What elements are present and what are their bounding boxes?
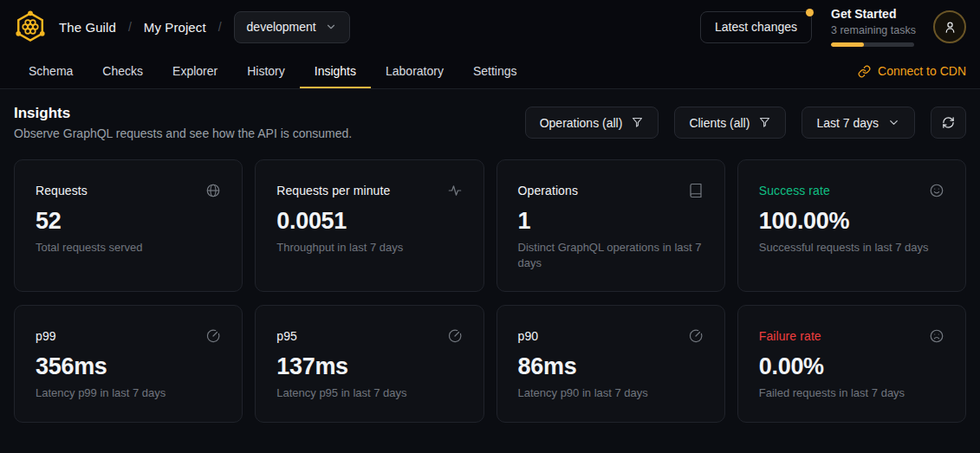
card-description: Latency p99 in last 7 days [36,385,221,401]
operations-filter-label: Operations (all) [540,116,623,130]
tab-schema[interactable]: Schema [14,54,88,88]
funnel-icon [758,116,771,129]
breadcrumb-separator: / [218,20,222,34]
card-label: Operations [518,184,578,197]
person-icon [943,20,957,35]
book-icon [688,183,704,198]
refresh-icon [942,116,955,129]
get-started-title: Get Started [831,7,914,23]
user-avatar[interactable] [933,10,966,43]
card-value: 1 [518,208,704,235]
latest-changes-label: Latest changes [715,20,797,34]
card-label: p95 [276,329,297,343]
card-description: Distinct GraphQL operations in last 7 da… [518,240,704,270]
card-description: Successful requests in last 7 days [759,240,944,256]
connect-to-cdn-link[interactable]: Connect to CDN [858,54,966,88]
card-label: Requests per minute [276,184,390,197]
card-label: p99 [36,329,56,343]
filter-toolbar: Operations (all) Clients (all) Last 7 da… [525,107,966,139]
card-value: 0.00% [759,353,944,380]
project-nav-tabs: Schema Checks Explorer History Insights … [0,54,980,89]
operations-filter-button[interactable]: Operations (all) [525,107,659,139]
get-started-progress-fill [831,42,864,47]
card-description: Latency p95 in last 7 days [276,385,462,401]
stat-card-p99: p99 356ms Latency p99 in last 7 days [14,305,243,423]
card-description: Total requests served [36,240,221,256]
stats-grid: Requests 52 Total requests served Reques… [14,159,966,423]
card-value: 86ms [518,353,704,380]
stat-card-requests-per-minute: Requests per minute 0.0051 Throughput in… [255,159,484,292]
frown-icon [929,328,944,344]
refresh-button[interactable] [931,107,966,139]
connect-to-cdn-label: Connect to CDN [878,64,966,78]
breadcrumb-org[interactable]: The Guild [59,20,116,35]
stat-card-requests: Requests 52 Total requests served [14,159,243,292]
card-description: Failed requests in last 7 days [759,385,944,401]
get-started-remaining-tasks: 3 remaining tasks [831,23,914,37]
page-subtitle: Observe GraphQL requests and see how the… [14,126,352,140]
tab-history[interactable]: History [232,54,300,88]
gauge-icon [688,328,704,344]
link-icon [858,65,871,78]
top-header: The Guild / My Project / development Lat… [0,0,980,54]
tab-insights[interactable]: Insights [300,54,371,88]
period-filter-button[interactable]: Last 7 days [802,107,915,139]
card-description: Throughput in last 7 days [276,240,462,256]
target-selector-dropdown[interactable]: development [234,11,350,43]
gauge-icon [205,328,221,344]
tab-settings[interactable]: Settings [458,54,532,88]
stat-card-p95: p95 137ms Latency p95 in last 7 days [255,305,484,423]
get-started-widget[interactable]: Get Started 3 remaining tasks [831,7,914,47]
stat-card-p90: p90 86ms Latency p90 in last 7 days [496,305,725,423]
tab-explorer[interactable]: Explorer [158,54,232,88]
insights-page: Insights Observe GraphQL requests and se… [0,89,980,423]
notification-dot [806,9,814,16]
chevron-down-icon [325,21,337,33]
card-label: Failure rate [759,329,821,343]
breadcrumb-project[interactable]: My Project [144,20,206,35]
card-label: p90 [518,329,539,343]
card-label: Success rate [759,184,830,197]
period-filter-label: Last 7 days [816,116,879,130]
gauge-icon [447,328,463,344]
tab-laboratory[interactable]: Laboratory [371,54,458,88]
page-title: Insights [14,105,352,122]
get-started-progress-bar [831,42,914,47]
card-value: 137ms [276,353,462,380]
target-selector-value: development [247,20,316,34]
funnel-icon [631,116,644,129]
card-description: Latency p90 in last 7 days [518,385,704,401]
tab-checks[interactable]: Checks [88,54,158,88]
globe-icon [205,183,221,198]
clients-filter-label: Clients (all) [689,116,750,130]
activity-icon [447,183,463,198]
card-value: 0.0051 [276,208,462,235]
latest-changes-button[interactable]: Latest changes [700,11,812,43]
smile-icon [929,183,944,198]
breadcrumb-separator: / [128,20,132,34]
card-value: 52 [36,208,221,235]
card-value: 356ms [36,353,221,380]
chevron-down-icon [887,116,900,129]
card-value: 100.00% [759,208,944,235]
stat-card-success-rate: Success rate 100.00% Successful requests… [737,159,966,292]
card-label: Requests [36,184,88,197]
clients-filter-button[interactable]: Clients (all) [674,107,786,139]
guild-hive-logo-icon[interactable] [14,10,47,43]
page-heading: Insights Observe GraphQL requests and se… [14,105,352,140]
stat-card-operations: Operations 1 Distinct GraphQL operations… [496,159,725,292]
stat-card-failure-rate: Failure rate 0.00% Failed requests in la… [737,305,966,423]
